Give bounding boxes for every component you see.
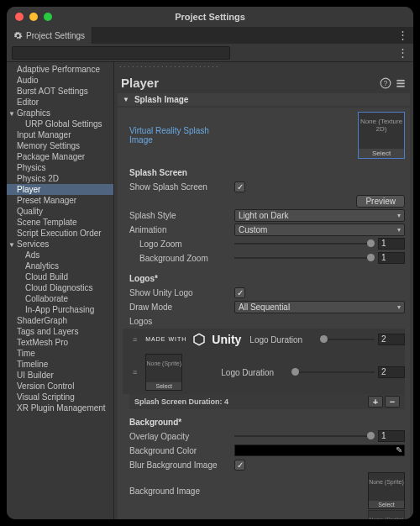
list-handle-icon[interactable]: ≡ bbox=[133, 335, 137, 344]
sidebar-item-visual-scripting[interactable]: Visual Scripting bbox=[7, 392, 113, 402]
sidebar-item-package-manager[interactable]: Package Manager bbox=[7, 151, 113, 162]
splash-style-label: Splash Style bbox=[129, 211, 234, 220]
sidebar-item-cloud-diagnostics[interactable]: Cloud Diagnostics bbox=[7, 282, 113, 293]
svg-rect-3 bbox=[396, 82, 404, 84]
bg-image-thumb[interactable]: None (Sprite) Select bbox=[368, 472, 405, 509]
bg-zoom-slider[interactable]: 1 bbox=[234, 252, 405, 264]
sidebar-item-in-app-purchasing[interactable]: In-App Purchasing bbox=[7, 304, 113, 315]
remove-logo-button[interactable]: − bbox=[385, 396, 400, 408]
tab-project-settings[interactable]: Project Settings bbox=[7, 27, 92, 44]
tab-label: Project Settings bbox=[26, 31, 85, 40]
sidebar-item-ads[interactable]: Ads bbox=[7, 250, 113, 260]
logos-field-label: Logos bbox=[129, 317, 234, 326]
sidebar-item-timeline[interactable]: Timeline bbox=[7, 359, 113, 370]
sidebar-item-editor[interactable]: Editor bbox=[7, 97, 113, 108]
blur-bg-label: Blur Background Image bbox=[129, 460, 234, 470]
sidebar-item-services[interactable]: ▼Services bbox=[7, 239, 113, 250]
add-logo-button[interactable]: + bbox=[368, 396, 383, 408]
show-unity-logo-checkbox[interactable]: ✓ bbox=[234, 287, 245, 298]
sidebar-item-analytics[interactable]: Analytics bbox=[7, 260, 113, 271]
sidebar-item-label: URP Global Settings bbox=[25, 119, 102, 129]
truncated-section: · · · · · · · · · · · · · · · · · · · · … bbox=[114, 62, 413, 72]
logo-entry-unity: ≡ MADE WITH Unity Logo Duration 2 bbox=[123, 329, 405, 350]
splash-screen-heading: Splash Screen bbox=[129, 168, 234, 177]
sidebar-item-urp-global-settings[interactable]: URP Global Settings bbox=[7, 118, 113, 129]
sidebar-item-label: Graphics bbox=[17, 108, 50, 118]
sidebar-item-ui-builder[interactable]: UI Builder bbox=[7, 370, 113, 381]
sidebar-item-label: Package Manager bbox=[17, 152, 85, 161]
overlay-opacity-slider[interactable]: 1 bbox=[234, 430, 405, 442]
show-splash-checkbox[interactable]: ✓ bbox=[234, 181, 245, 192]
sidebar-item-tags-and-layers[interactable]: Tags and Layers bbox=[7, 326, 113, 337]
blur-bg-checkbox[interactable]: ✓ bbox=[234, 460, 245, 471]
close-window-button[interactable] bbox=[15, 13, 24, 21]
logo-zoom-slider[interactable]: 1 bbox=[234, 238, 405, 250]
sidebar-item-collaborate[interactable]: Collaborate bbox=[7, 293, 113, 304]
splash-style-dropdown[interactable]: Light on Dark▾ bbox=[234, 209, 405, 222]
select-button[interactable]: Select bbox=[369, 501, 404, 508]
logo-duration-slider[interactable] bbox=[320, 339, 375, 340]
overlay-opacity-label: Overlay Opacity bbox=[129, 432, 234, 441]
svg-text:?: ? bbox=[384, 79, 388, 87]
sidebar-item-label: Physics bbox=[17, 163, 45, 172]
sidebar-item-shadergraph[interactable]: ShaderGraph bbox=[7, 315, 113, 326]
list-handle-icon[interactable]: ≡ bbox=[133, 368, 137, 376]
sidebar-item-label: TextMesh Pro bbox=[17, 338, 68, 347]
select-button[interactable]: Select bbox=[146, 382, 181, 390]
sidebar-item-player[interactable]: Player bbox=[7, 184, 113, 195]
bg-color-field[interactable]: ✎ bbox=[234, 444, 405, 456]
sidebar-item-script-execution-order[interactable]: Script Execution Order bbox=[7, 228, 113, 239]
sidebar-item-label: Script Execution Order bbox=[17, 229, 102, 238]
sidebar-item-cloud-build[interactable]: Cloud Build bbox=[7, 271, 113, 282]
sidebar-item-time[interactable]: Time bbox=[7, 348, 113, 359]
svg-rect-2 bbox=[396, 79, 404, 81]
sidebar-item-label: Services bbox=[17, 239, 49, 249]
draw-mode-label: Draw Mode bbox=[129, 302, 234, 312]
sidebar-item-adaptive-performance[interactable]: Adaptive Performance bbox=[7, 64, 113, 75]
sidebar-item-physics[interactable]: Physics bbox=[7, 162, 113, 173]
show-unity-logo-label: Show Unity Logo bbox=[129, 288, 234, 297]
show-splash-label: Show Splash Screen bbox=[129, 182, 234, 192]
eyedropper-icon[interactable]: ✎ bbox=[396, 445, 402, 455]
toolbar-menu-icon[interactable]: ⋮ bbox=[397, 46, 408, 59]
sidebar-item-label: Adaptive Performance bbox=[17, 65, 100, 74]
sidebar-item-version-control[interactable]: Version Control bbox=[7, 381, 113, 392]
sidebar-item-quality[interactable]: Quality bbox=[7, 206, 113, 217]
sidebar-item-textmesh-pro[interactable]: TextMesh Pro bbox=[7, 337, 113, 348]
animation-label: Animation bbox=[129, 225, 234, 234]
sidebar-item-audio[interactable]: Audio bbox=[7, 75, 113, 86]
bg-color-label: Background Color bbox=[129, 446, 234, 455]
titlebar: Project Settings bbox=[7, 7, 413, 27]
maximize-window-button[interactable] bbox=[44, 13, 52, 21]
unity-logo-preview: MADE WITH Unity bbox=[145, 332, 241, 347]
vr-splash-thumb[interactable]: None (Texture 2D) Select bbox=[358, 112, 405, 159]
draw-mode-dropdown[interactable]: All Sequential▾ bbox=[234, 301, 405, 313]
sidebar-item-label: Physics 2D bbox=[17, 174, 59, 183]
sidebar-item-graphics[interactable]: ▼Graphics bbox=[7, 108, 113, 118]
sidebar-item-label: Audio bbox=[17, 76, 39, 85]
logo-sprite-thumb[interactable]: None (Sprite) Select bbox=[145, 354, 182, 391]
tab-menu-icon[interactable]: ⋮ bbox=[397, 29, 408, 41]
sidebar-item-input-manager[interactable]: Input Manager bbox=[7, 129, 113, 140]
minimize-window-button[interactable] bbox=[29, 13, 38, 21]
sidebar-item-label: Ads bbox=[25, 250, 39, 260]
sidebar-item-memory-settings[interactable]: Memory Settings bbox=[7, 140, 113, 151]
settings-preset-icon[interactable] bbox=[395, 77, 407, 89]
unity-cube-icon bbox=[192, 332, 207, 347]
alt-portrait-thumb[interactable]: None (Sprite) Select bbox=[368, 510, 405, 519]
help-icon[interactable]: ? bbox=[380, 77, 391, 89]
sidebar-item-label: Collaborate bbox=[25, 294, 68, 303]
preview-button[interactable]: Preview bbox=[356, 195, 405, 208]
sidebar-item-burst-aot-settings[interactable]: Burst AOT Settings bbox=[7, 86, 113, 97]
search-input[interactable] bbox=[12, 46, 230, 60]
animation-dropdown[interactable]: Custom▾ bbox=[234, 224, 405, 236]
sidebar-item-xr-plugin-management[interactable]: XR Plugin Management bbox=[7, 402, 113, 413]
sidebar-item-physics-2d[interactable]: Physics 2D bbox=[7, 173, 113, 184]
logo-duration-slider[interactable] bbox=[291, 371, 375, 373]
select-button[interactable]: Select bbox=[359, 149, 404, 158]
sidebar-item-preset-manager[interactable]: Preset Manager bbox=[7, 195, 113, 206]
settings-sidebar: Adaptive PerformanceAudioBurst AOT Setti… bbox=[7, 62, 114, 519]
vr-splash-link[interactable]: Virtual Reality Splash Image bbox=[129, 126, 234, 145]
section-splash-image[interactable]: ▼ Splash Image bbox=[118, 93, 410, 106]
sidebar-item-scene-template[interactable]: Scene Template bbox=[7, 217, 113, 228]
